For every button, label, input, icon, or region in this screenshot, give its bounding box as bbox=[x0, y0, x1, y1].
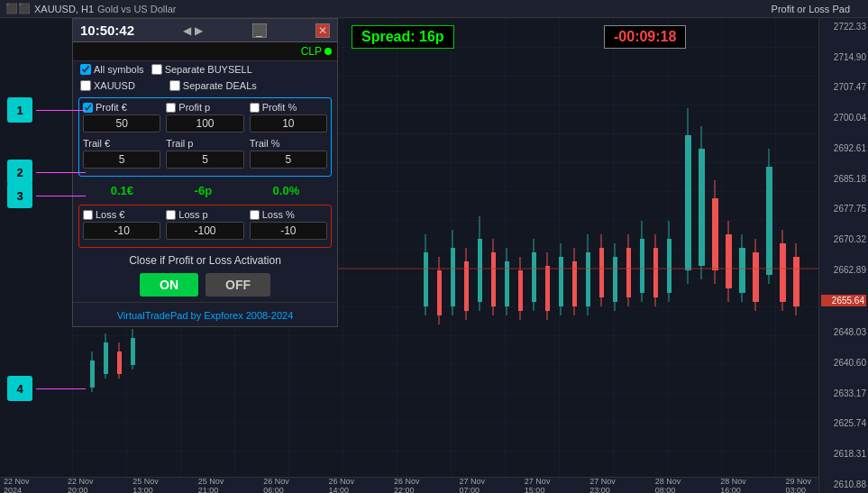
price-2677: 2677.75 bbox=[821, 204, 866, 214]
trail-pct-label: Trail % bbox=[250, 138, 280, 149]
annotation-arrow-1 bbox=[36, 110, 86, 111]
time-5: 26 Nov 06:00 bbox=[263, 477, 292, 494]
time-2: 22 Nov 20:00 bbox=[68, 477, 96, 494]
trail-p-input[interactable] bbox=[166, 151, 243, 169]
price-2633: 2633.17 bbox=[821, 388, 866, 398]
loss-p-text: Loss p bbox=[178, 209, 207, 220]
profit-p-col: Profit p bbox=[166, 102, 243, 132]
trail-pct-col: Trail % bbox=[250, 138, 327, 169]
separate-buysell-checkbox[interactable] bbox=[151, 64, 162, 75]
stats-row: 0.1€ -6p 0.0% bbox=[73, 180, 337, 201]
annotation-1: 1 bbox=[7, 97, 32, 123]
time-6: 26 Nov 14:00 bbox=[329, 477, 358, 494]
loss-eur-text: Loss € bbox=[96, 209, 124, 220]
profit-p-input[interactable] bbox=[166, 114, 243, 132]
separate-buysell-checkbox-item[interactable]: Separate BUYSELL bbox=[151, 64, 252, 75]
trail-eur-col: Trail € bbox=[83, 138, 160, 169]
clp-label: CLP bbox=[301, 45, 322, 58]
price-axis: 2722.33 2714.90 2707.47 2700.04 2692.61 … bbox=[818, 18, 868, 493]
annotation-arrow-2 bbox=[36, 172, 86, 173]
loss-p-col: Loss p bbox=[166, 209, 243, 240]
profit-pct-col: Profit % bbox=[250, 102, 327, 132]
all-symbols-label: All symbols bbox=[94, 64, 144, 75]
profit-eur-input[interactable] bbox=[83, 114, 160, 132]
panel-close-btn[interactable]: ✕ bbox=[315, 23, 330, 38]
loss-p-checkbox[interactable] bbox=[166, 210, 176, 220]
annotation-arrow-4 bbox=[36, 388, 86, 389]
price-2640: 2640.60 bbox=[821, 358, 866, 368]
nav-right-btn[interactable]: ▶ bbox=[195, 24, 203, 37]
timer-value: -00:09:18 bbox=[614, 29, 676, 44]
off-button[interactable]: OFF bbox=[206, 273, 270, 297]
loss-eur-label: Loss € bbox=[83, 209, 124, 220]
price-2714: 2714.90 bbox=[821, 52, 866, 62]
loss-pct-checkbox[interactable] bbox=[250, 210, 260, 220]
time-11: 28 Nov 08:00 bbox=[655, 477, 684, 494]
profit-labels-row: Profit € Profit p Profit % bbox=[83, 102, 327, 132]
on-off-row: ON OFF bbox=[73, 269, 337, 302]
profit-p-label: Profit p bbox=[166, 102, 210, 113]
main-panel: 10:50:42 ◀ ▶ _ ✕ CLP All symbols Separat… bbox=[72, 18, 338, 327]
profit-pct-input[interactable] bbox=[250, 114, 327, 132]
trail-pct-input[interactable] bbox=[250, 151, 327, 169]
loss-p-label: Loss p bbox=[166, 209, 207, 220]
time-13: 29 Nov 03:00 bbox=[786, 477, 815, 494]
trail-p-label: Trail p bbox=[166, 138, 193, 149]
nav-left-btn[interactable]: ◀ bbox=[183, 24, 191, 37]
price-2610: 2610.88 bbox=[821, 479, 866, 489]
time-10: 27 Nov 23:00 bbox=[589, 477, 618, 494]
price-2625: 2625.74 bbox=[821, 418, 866, 428]
loss-eur-input[interactable] bbox=[83, 222, 160, 240]
close-label-text: Close if Profit or Loss Activation bbox=[129, 254, 281, 267]
profit-eur-label: Profit € bbox=[83, 102, 127, 113]
loss-pct-col: Loss % bbox=[250, 209, 327, 240]
time-9: 27 Nov 15:00 bbox=[525, 477, 553, 494]
trail-eur-label: Trail € bbox=[83, 138, 110, 149]
stat-eur: 0.1€ bbox=[111, 184, 133, 197]
clp-dot bbox=[324, 48, 332, 55]
all-symbols-checkbox-item[interactable]: All symbols bbox=[80, 64, 144, 75]
profit-p-checkbox[interactable] bbox=[166, 103, 176, 113]
xauusd-checkbox-item[interactable]: XAUUSD bbox=[80, 80, 135, 91]
price-2700: 2700.04 bbox=[821, 113, 866, 123]
profit-eur-text: Profit € bbox=[96, 102, 127, 113]
profit-pct-label: Profit % bbox=[250, 102, 297, 113]
price-2685: 2685.18 bbox=[821, 174, 866, 184]
separate-deals-label: Separate DEALs bbox=[183, 80, 257, 91]
annotation-4: 4 bbox=[7, 376, 32, 401]
annotation-2: 2 bbox=[7, 160, 32, 185]
top-bar-symbol: XAUUSD, H1 bbox=[34, 4, 94, 14]
price-2655-highlight: 2655.64 bbox=[821, 295, 866, 306]
profit-pct-checkbox[interactable] bbox=[250, 103, 260, 113]
time-8: 27 Nov 07:00 bbox=[459, 477, 488, 494]
time-4: 25 Nov 21:00 bbox=[198, 477, 227, 494]
profit-section: Profit € Profit p Profit % bbox=[78, 97, 332, 177]
price-2670: 2670.32 bbox=[821, 234, 866, 244]
on-button[interactable]: ON bbox=[140, 273, 198, 297]
loss-pct-input[interactable] bbox=[250, 222, 327, 240]
price-2618: 2618.31 bbox=[821, 449, 866, 459]
panel-header: 10:50:42 ◀ ▶ _ ✕ bbox=[73, 19, 337, 42]
trail-eur-input[interactable] bbox=[83, 151, 160, 169]
separate-buysell-label: Separate BUYSELL bbox=[165, 64, 252, 75]
loss-pct-text: Loss % bbox=[262, 209, 295, 220]
all-symbols-checkbox[interactable] bbox=[80, 64, 91, 75]
separate-deals-checkbox[interactable] bbox=[169, 80, 180, 91]
symbols-row: All symbols Separate BUYSELL bbox=[73, 61, 337, 78]
panel-minimize-btn[interactable]: _ bbox=[252, 23, 267, 38]
xauusd-checkbox[interactable] bbox=[80, 80, 91, 91]
price-2692: 2692.61 bbox=[821, 143, 866, 153]
time-12: 28 Nov 16:00 bbox=[720, 477, 749, 494]
trail-pct-text: Trail % bbox=[250, 138, 280, 149]
separate-deals-checkbox-item[interactable]: Separate DEALs bbox=[169, 80, 257, 91]
loss-p-input[interactable] bbox=[166, 222, 243, 240]
top-bar-pad-label: Profit or Loss Pad bbox=[772, 4, 850, 14]
time-axis: 22 Nov 2024 22 Nov 20:00 25 Nov 13:00 25… bbox=[0, 477, 818, 493]
loss-eur-checkbox[interactable] bbox=[83, 210, 93, 220]
annotation-3: 3 bbox=[7, 183, 32, 208]
loss-pct-label: Loss % bbox=[250, 209, 295, 220]
footer-text: VirtualTradePad by Expforex 2008-2024 bbox=[117, 310, 294, 321]
panel-nav: ◀ ▶ bbox=[183, 24, 203, 37]
timer-display: -00:09:18 bbox=[604, 25, 686, 49]
panel-footer: VirtualTradePad by Expforex 2008-2024 bbox=[73, 302, 337, 326]
